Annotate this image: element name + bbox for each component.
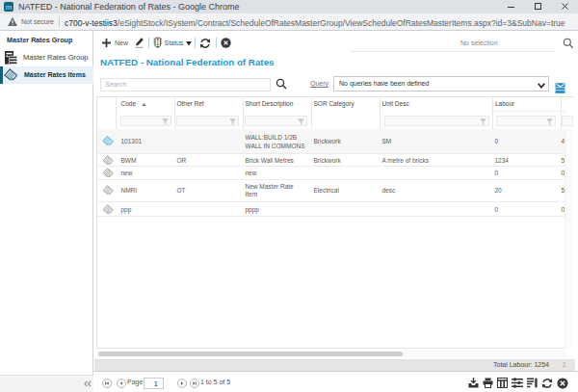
svg-text:m: m [6, 3, 13, 12]
